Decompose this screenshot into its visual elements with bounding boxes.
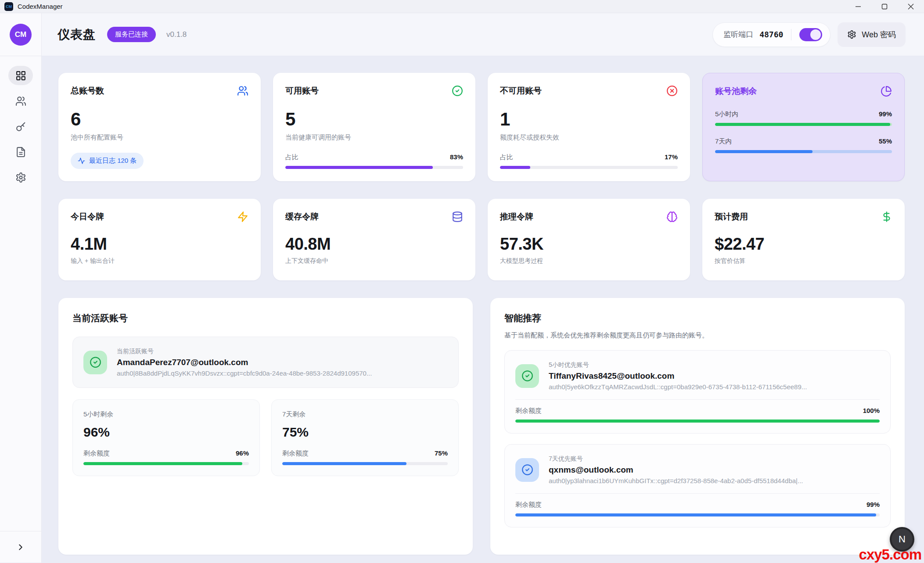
chevron-right-icon [16, 542, 25, 552]
dashboard-content: 总账号数 6 池中所有配置账号 最近日志 120 条 可用账号 5 [42, 56, 924, 563]
token-value: 40.8M [285, 235, 463, 254]
card-pool-remaining: 账号池剩余 5小时内 99% 7天内 55% [702, 73, 905, 181]
pool-row-label: 7天内 [715, 137, 732, 146]
card-title: 不可用账号 [500, 85, 542, 97]
page-header: 仪表盘 服务已连接 v0.1.8 监听端口 48760 Web 密码 [42, 13, 924, 56]
watermark: cxy5.com [859, 546, 921, 563]
progress-bar [515, 420, 880, 423]
page-title: 仪表盘 [58, 26, 96, 43]
listen-port-pill: 监听端口 48760 [712, 22, 831, 47]
avatar: CM [10, 24, 32, 46]
version-label: v0.1.8 [166, 30, 187, 39]
account-label: 5小时优先账号 [549, 361, 807, 369]
panel-subtitle: 基于当前配额，系统会优先推荐剩余额度更高且仍可参与路由的账号。 [504, 331, 891, 340]
token-subtitle: 大模型思考过程 [500, 257, 678, 265]
active-account-box: 当前活跃账号 AmandaPerez7707@outlook.com auth0… [72, 337, 459, 388]
maximize-icon [881, 4, 888, 10]
check-circle-icon [521, 370, 533, 382]
recent-logs-label: 最近日志 120 条 [89, 157, 137, 165]
maximize-button[interactable] [871, 0, 898, 13]
gear-icon [847, 30, 856, 39]
stat-subtitle: 额度耗尽或授权失效 [500, 133, 678, 142]
account-email: AmandaPerez7707@outlook.com [117, 358, 372, 367]
progress-percent: 96% [236, 449, 249, 457]
card-total-accounts: 总账号数 6 池中所有配置账号 最近日志 120 条 [58, 73, 261, 181]
progress-percent: 99% [866, 501, 880, 508]
web-password-button[interactable]: Web 密码 [838, 22, 906, 47]
web-password-label: Web 密码 [862, 29, 896, 40]
status-badge: 服务已连接 [107, 27, 156, 42]
minimize-icon [855, 4, 861, 10]
users-icon [237, 85, 248, 97]
token-subtitle: 上下文缓存命中 [285, 257, 463, 265]
toggle-knob [810, 29, 821, 40]
brain-icon [666, 211, 678, 222]
token-value: 57.3K [500, 235, 678, 254]
account-label: 7天优先账号 [549, 455, 803, 463]
sidebar-collapse-button[interactable] [0, 531, 41, 563]
quota-value: 75% [282, 425, 448, 440]
dashboard-grid-icon [15, 70, 26, 81]
card-title: 推理令牌 [500, 211, 533, 222]
users-icon [15, 96, 26, 107]
divider [791, 29, 791, 40]
token-value: $22.47 [715, 235, 892, 254]
progress-bar [285, 166, 463, 169]
account-token: auth0|8Ba8ddPjdLqSyKK7vh9Dsvzx::cgpt=cbf… [117, 369, 372, 377]
listen-port-value: 48760 [759, 30, 783, 39]
progress-bar [282, 462, 448, 465]
progress-bar [83, 462, 249, 465]
quota-card-7d: 7天剩余 75% 剩余额度 75% [271, 399, 459, 476]
sidebar-item-dashboard[interactable] [8, 66, 33, 85]
x-circle-icon [666, 85, 678, 97]
database-icon [452, 211, 463, 222]
sidebar-item-accounts[interactable] [8, 91, 33, 111]
stat-subtitle: 当前健康可调用的账号 [285, 133, 463, 142]
progress-bar [515, 513, 880, 516]
token-subtitle: 按官价估算 [715, 257, 892, 265]
token-subtitle: 输入 + 输出合计 [71, 257, 248, 265]
progress-bar [715, 150, 892, 153]
quota-label: 7天剩余 [282, 410, 448, 419]
pool-row-percent: 99% [879, 110, 892, 118]
minimize-button[interactable] [845, 0, 871, 13]
account-label: 当前活跃账号 [117, 348, 372, 355]
token-value: 4.1M [71, 235, 248, 254]
recommendation-item-7d: 7天优先账号 qxnms@outlook.com auth0|yp3lahnac… [504, 444, 891, 527]
pool-row-label: 5小时内 [715, 110, 738, 118]
app-logo-icon: CM [4, 2, 13, 11]
app-title: CodexManager [18, 3, 63, 10]
check-circle-icon [521, 464, 533, 476]
account-token: auth0|yp3lahnaci1b6UYmKuhbGITx::cgpt=d2f… [549, 477, 803, 484]
progress-percent: 100% [863, 407, 880, 414]
sidebar-item-logs[interactable] [8, 142, 33, 161]
stat-value: 6 [71, 109, 248, 130]
card-title: 可用账号 [285, 85, 319, 97]
account-email: TiffanyRivas8425@outlook.com [549, 371, 807, 381]
dollar-icon [881, 211, 892, 222]
progress-percent: 17% [665, 153, 678, 161]
panel-title: 智能推荐 [504, 312, 891, 324]
recommendation-item-5h: 5小时优先账号 TiffanyRivas8425@outlook.com aut… [504, 350, 891, 434]
progress-percent: 75% [435, 449, 448, 457]
account-email: qxnms@outlook.com [549, 465, 803, 475]
window-titlebar: CM CodexManager [0, 0, 924, 13]
card-tokens-today: 今日令牌 4.1M 输入 + 输出合计 [58, 199, 261, 280]
card-title: 今日令牌 [71, 211, 104, 222]
panel-active-account: 当前活跃账号 当前活跃账号 AmandaPerez7707@outlook.co… [58, 298, 473, 555]
card-tokens-reasoning: 推理令牌 57.3K 大模型思考过程 [488, 199, 690, 280]
pool-row-percent: 55% [879, 137, 892, 145]
panel-recommendations: 智能推荐 基于当前配额，系统会优先推荐剩余额度更高且仍可参与路由的账号。 5小时… [490, 298, 905, 555]
pie-chart-icon [881, 86, 892, 97]
progress-label: 占比 [285, 153, 298, 161]
progress-label: 剩余额度 [282, 449, 309, 458]
stat-value: 1 [500, 109, 678, 130]
sidebar-item-settings[interactable] [8, 168, 33, 187]
close-button[interactable] [898, 0, 924, 13]
sidebar-item-keys[interactable] [8, 117, 33, 136]
quota-value: 96% [83, 425, 249, 440]
service-toggle[interactable] [799, 28, 822, 41]
recent-logs-badge[interactable]: 最近日志 120 条 [71, 153, 144, 169]
lightning-icon [237, 211, 248, 222]
card-title: 总账号数 [71, 85, 104, 97]
